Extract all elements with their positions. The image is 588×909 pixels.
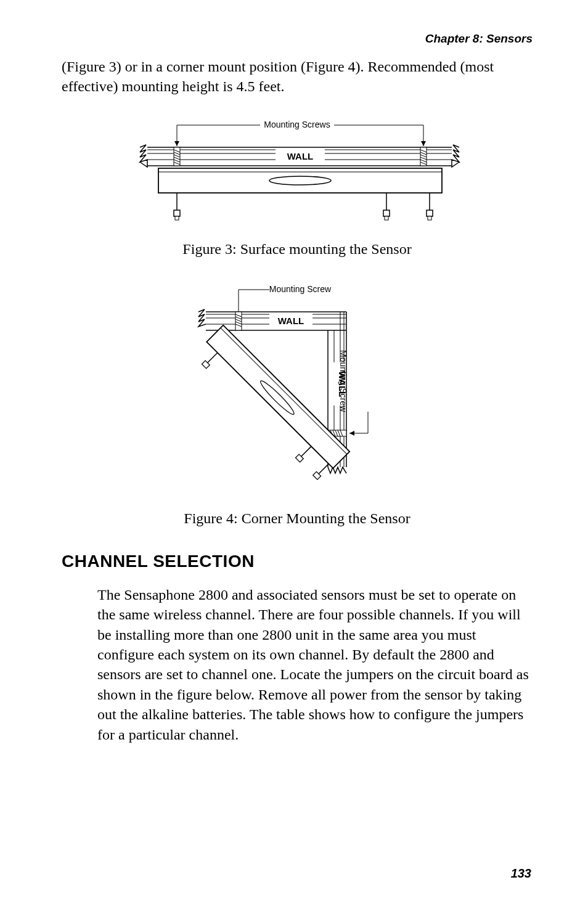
- sensor-body-corner: [193, 325, 349, 482]
- svg-rect-32: [427, 210, 433, 216]
- svg-line-65: [300, 446, 311, 457]
- svg-marker-0: [174, 141, 179, 146]
- screw-icon: [420, 147, 427, 166]
- mounting-screw-label-top: Mounting Screw: [269, 284, 332, 294]
- wall-label-fig3: WALL: [287, 151, 314, 161]
- figure-4: Mounting Screw WALL: [62, 282, 533, 507]
- screw-icon: [174, 147, 180, 166]
- svg-rect-26: [174, 210, 180, 216]
- svg-line-67: [318, 463, 329, 475]
- page-number: 133: [511, 866, 531, 881]
- intro-paragraph: (Figure 3) or in a corner mount position…: [62, 57, 533, 97]
- svg-marker-1: [421, 141, 426, 146]
- mounting-screws-label: Mounting Screws: [264, 120, 330, 129]
- section-heading-channel-selection: CHANNEL SELECTION: [62, 552, 533, 571]
- svg-marker-59: [349, 431, 354, 436]
- svg-rect-33: [428, 216, 431, 220]
- sensor-body: [158, 168, 442, 220]
- wall-surface: WALL: [140, 145, 459, 167]
- mounting-screw-label-right: Mounting Screw: [338, 350, 348, 412]
- figure-3-caption: Figure 3: Surface mounting the Sensor: [62, 241, 533, 258]
- figure-3: Mounting Screws WALL: [62, 118, 533, 237]
- body-paragraph: The Sensaphone 2800 and associated senso…: [97, 585, 533, 744]
- svg-point-24: [269, 176, 331, 185]
- svg-rect-29: [383, 210, 390, 216]
- chapter-header: Chapter 8: Sensors: [62, 32, 533, 46]
- svg-rect-30: [385, 216, 388, 220]
- figure-4-diagram: Mounting Screw WALL: [168, 282, 427, 504]
- svg-line-63: [206, 353, 218, 364]
- figure-4-caption: Figure 4: Corner Mounting the Sensor: [62, 510, 533, 527]
- wall-label-top: WALL: [278, 316, 304, 326]
- figure-3-diagram: Mounting Screws WALL: [121, 118, 473, 235]
- svg-rect-27: [175, 216, 179, 220]
